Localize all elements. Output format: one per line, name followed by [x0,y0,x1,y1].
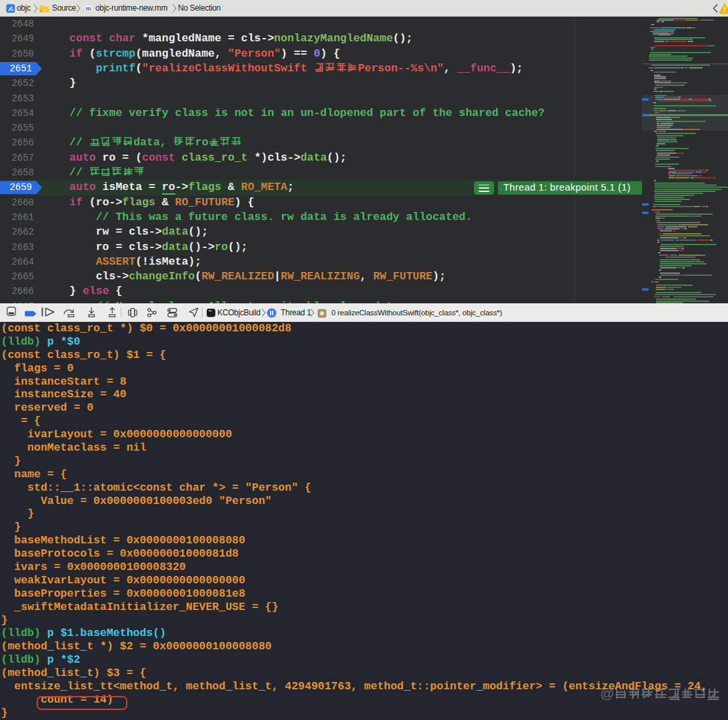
svg-text:m: m [85,5,91,12]
